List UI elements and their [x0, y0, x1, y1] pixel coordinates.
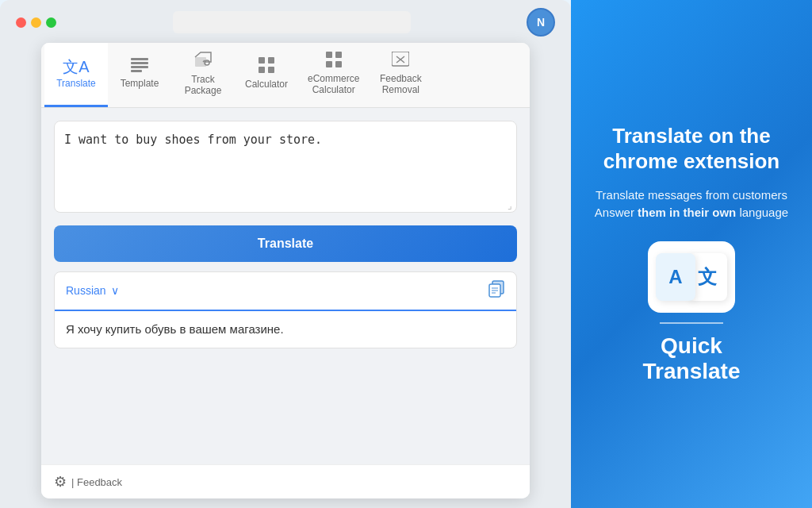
feedback-link[interactable]: | Feedback	[71, 476, 122, 488]
track-package-tab-label: Track Package	[185, 74, 222, 97]
input-wrapper: ⌟	[54, 121, 517, 216]
minimize-button[interactable]	[31, 17, 41, 28]
tab-translate[interactable]: 文A Translate	[44, 43, 108, 107]
copy-icon[interactable]	[488, 280, 505, 302]
right-panel-logo-label: Quick Translate	[643, 333, 741, 384]
right-panel-description: Translate messages from customers Answer…	[591, 187, 792, 222]
resize-handle: ⌟	[508, 200, 512, 211]
source-language-card: A	[656, 253, 695, 301]
settings-icon[interactable]: ⚙	[54, 473, 67, 491]
translate-input[interactable]	[54, 121, 517, 213]
svg-rect-2	[131, 66, 148, 68]
track-package-tab-icon	[193, 51, 213, 71]
output-section: Russian ∨	[54, 271, 517, 349]
extension-icon[interactable]: N	[527, 8, 555, 37]
svg-rect-15	[392, 52, 409, 66]
svg-rect-14	[335, 61, 342, 67]
quick-label: Quick	[643, 333, 741, 359]
template-tab-label: Template	[121, 78, 159, 89]
svg-rect-0	[131, 58, 148, 60]
right-panel: Translate on the chrome extension Transl…	[571, 0, 812, 508]
translate-cards: A 文	[656, 253, 727, 301]
translate-label: Translate	[643, 359, 741, 384]
svg-rect-12	[335, 52, 342, 58]
extension-letter: N	[537, 16, 545, 29]
svg-rect-10	[268, 67, 274, 73]
divider	[660, 322, 723, 324]
svg-rect-7	[259, 57, 265, 64]
tab-ecommerce-calculator[interactable]: eCommerce Calculator	[298, 43, 369, 107]
language-select[interactable]: Russian ∨	[66, 284, 119, 297]
output-header: Russian ∨	[55, 272, 516, 311]
svg-rect-13	[326, 61, 332, 67]
tab-calculator[interactable]: Calculator	[235, 43, 298, 107]
translate-button[interactable]: Translate	[54, 225, 517, 262]
feedback-removal-tab-label: Feedback Removal	[380, 73, 422, 96]
translate-tab-icon: 文A	[63, 59, 89, 75]
language-label: Russian	[66, 284, 106, 297]
calculator-tab-icon	[259, 57, 274, 75]
tab-feedback-removal[interactable]: Feedback Removal	[369, 43, 432, 107]
ecommerce-calculator-tab-icon	[326, 52, 342, 70]
title-bar: N	[10, 10, 561, 35]
feedback-removal-tab-icon	[392, 52, 409, 70]
tab-track-package[interactable]: Track Package	[171, 43, 235, 107]
tabs-bar: 文A Translate Template Tra	[41, 43, 530, 108]
extension-popup: 文A Translate Template Tra	[41, 43, 530, 498]
svg-rect-8	[268, 57, 274, 64]
svg-rect-3	[131, 70, 142, 72]
svg-rect-1	[131, 62, 148, 64]
output-text: Я хочу купить обувь в вашем магазине.	[55, 311, 516, 348]
popup-content: ⌟ Translate Russian ∨	[41, 108, 530, 464]
close-button[interactable]	[16, 17, 26, 28]
footer: ⚙ | Feedback	[41, 464, 530, 498]
address-bar[interactable]	[173, 11, 411, 33]
window-controls	[16, 17, 56, 28]
svg-rect-9	[259, 67, 265, 73]
template-tab-icon	[131, 58, 148, 75]
calculator-tab-label: Calculator	[245, 79, 288, 90]
browser-window: N 文A Translate Template	[0, 0, 571, 508]
chevron-down-icon: ∨	[111, 284, 119, 297]
right-panel-title: Translate on the chrome extension	[591, 124, 792, 173]
maximize-button[interactable]	[46, 17, 56, 28]
translate-tab-label: Translate	[56, 78, 96, 89]
ecommerce-calculator-tab-label: eCommerce Calculator	[308, 73, 359, 96]
tab-template[interactable]: Template	[108, 43, 171, 107]
svg-rect-11	[326, 52, 332, 58]
translate-logo: A 文	[648, 241, 735, 313]
